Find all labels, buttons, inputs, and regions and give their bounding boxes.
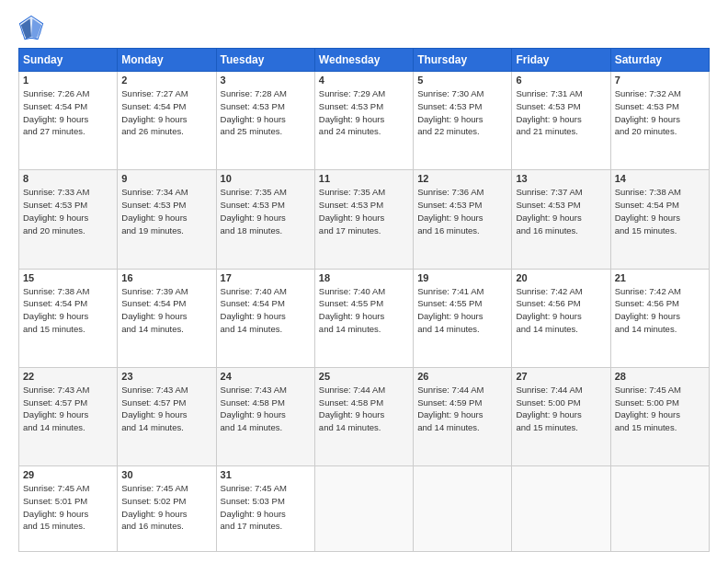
cell-info: Sunrise: 7:45 AM Sunset: 5:02 PM Dayligh… [121, 482, 211, 533]
calendar-cell: 29 Sunrise: 7:45 AM Sunset: 5:01 PM Dayl… [19, 466, 118, 552]
calendar-cell: 13 Sunrise: 7:37 AM Sunset: 4:53 PM Dayl… [512, 170, 610, 269]
daylight-minutes: and 14 minutes. [417, 324, 480, 334]
day-number: 30 [121, 469, 211, 480]
sunrise-label: Sunrise: 7:39 AM [121, 286, 188, 296]
week-row-1: 1 Sunrise: 7:26 AM Sunset: 4:54 PM Dayli… [19, 72, 710, 170]
daylight-label: Daylight: 9 hours [221, 409, 286, 419]
day-number: 4 [319, 75, 409, 86]
daylight-label: Daylight: 9 hours [516, 213, 581, 223]
cell-info: Sunrise: 7:35 AM Sunset: 4:53 PM Dayligh… [319, 186, 409, 236]
col-header-wednesday: Wednesday [314, 49, 413, 72]
day-number: 7 [615, 75, 705, 86]
cell-info: Sunrise: 7:35 AM Sunset: 4:53 PM Dayligh… [221, 186, 311, 236]
sunset-label: Sunset: 4:53 PM [121, 200, 186, 210]
daylight-label: Daylight: 9 hours [221, 114, 286, 124]
calendar-cell: 28 Sunrise: 7:45 AM Sunset: 5:00 PM Dayl… [610, 367, 709, 465]
daylight-label: Daylight: 9 hours [615, 311, 680, 321]
day-number: 17 [221, 272, 311, 283]
daylight-label: Daylight: 9 hours [417, 213, 483, 223]
daylight-label: Daylight: 9 hours [221, 509, 286, 519]
sunrise-label: Sunrise: 7:45 AM [121, 483, 188, 493]
cell-info: Sunrise: 7:44 AM Sunset: 4:59 PM Dayligh… [417, 384, 507, 434]
daylight-label: Daylight: 9 hours [221, 311, 286, 321]
sunset-label: Sunset: 4:53 PM [417, 101, 482, 111]
sunrise-label: Sunrise: 7:38 AM [615, 187, 681, 197]
sunrise-label: Sunrise: 7:33 AM [23, 187, 89, 197]
sunrise-label: Sunrise: 7:45 AM [23, 483, 89, 493]
daylight-minutes: and 24 minutes. [319, 126, 381, 136]
calendar-cell: 18 Sunrise: 7:40 AM Sunset: 4:55 PM Dayl… [314, 269, 413, 367]
sunset-label: Sunset: 4:53 PM [417, 200, 482, 210]
calendar-cell: 31 Sunrise: 7:45 AM Sunset: 5:03 PM Dayl… [216, 466, 314, 552]
cell-info: Sunrise: 7:42 AM Sunset: 4:56 PM Dayligh… [516, 285, 606, 336]
day-number: 14 [615, 173, 705, 184]
day-number: 23 [121, 371, 211, 382]
daylight-label: Daylight: 9 hours [23, 213, 88, 223]
header [18, 15, 710, 40]
daylight-minutes: and 14 minutes. [417, 422, 480, 432]
col-header-tuesday: Tuesday [216, 49, 314, 72]
week-row-4: 22 Sunrise: 7:43 AM Sunset: 4:57 PM Dayl… [19, 367, 710, 465]
sunset-label: Sunset: 5:00 PM [615, 397, 679, 408]
cell-info: Sunrise: 7:45 AM Sunset: 5:03 PM Dayligh… [221, 482, 311, 533]
cell-info: Sunrise: 7:33 AM Sunset: 4:53 PM Dayligh… [23, 186, 113, 236]
daylight-minutes: and 15 minutes. [23, 521, 85, 531]
daylight-minutes: and 15 minutes. [23, 324, 85, 334]
daylight-label: Daylight: 9 hours [319, 409, 384, 419]
sunset-label: Sunset: 4:53 PM [615, 101, 679, 111]
daylight-minutes: and 22 minutes. [417, 126, 480, 136]
sunrise-label: Sunrise: 7:40 AM [319, 286, 385, 296]
sunset-label: Sunset: 4:58 PM [221, 397, 285, 408]
day-number: 11 [319, 173, 409, 184]
calendar-cell: 24 Sunrise: 7:43 AM Sunset: 4:58 PM Dayl… [216, 367, 314, 465]
calendar-cell [512, 466, 610, 552]
day-number: 31 [221, 469, 311, 480]
daylight-label: Daylight: 9 hours [23, 409, 88, 419]
day-number: 10 [221, 173, 311, 184]
sunrise-label: Sunrise: 7:44 AM [417, 385, 483, 395]
cell-info: Sunrise: 7:37 AM Sunset: 4:53 PM Dayligh… [516, 186, 606, 236]
sunset-label: Sunset: 4:56 PM [615, 298, 679, 308]
calendar-cell: 17 Sunrise: 7:40 AM Sunset: 4:54 PM Dayl… [216, 269, 314, 367]
day-number: 22 [23, 371, 113, 382]
col-header-saturday: Saturday [610, 49, 709, 72]
cell-info: Sunrise: 7:31 AM Sunset: 4:53 PM Dayligh… [516, 87, 606, 138]
cell-info: Sunrise: 7:43 AM Sunset: 4:57 PM Dayligh… [23, 384, 113, 434]
header-row: SundayMondayTuesdayWednesdayThursdayFrid… [19, 49, 710, 72]
calendar-cell: 15 Sunrise: 7:38 AM Sunset: 4:54 PM Dayl… [19, 269, 118, 367]
daylight-minutes: and 27 minutes. [23, 126, 85, 136]
sunrise-label: Sunrise: 7:31 AM [516, 88, 582, 98]
sunrise-label: Sunrise: 7:28 AM [221, 88, 287, 98]
calendar-cell: 22 Sunrise: 7:43 AM Sunset: 4:57 PM Dayl… [19, 367, 118, 465]
week-row-5: 29 Sunrise: 7:45 AM Sunset: 5:01 PM Dayl… [19, 466, 710, 552]
calendar-cell: 3 Sunrise: 7:28 AM Sunset: 4:53 PM Dayli… [216, 72, 314, 170]
calendar-cell: 11 Sunrise: 7:35 AM Sunset: 4:53 PM Dayl… [314, 170, 413, 269]
daylight-minutes: and 15 minutes. [615, 225, 677, 236]
calendar-cell: 26 Sunrise: 7:44 AM Sunset: 4:59 PM Dayl… [414, 367, 512, 465]
sunset-label: Sunset: 4:55 PM [417, 298, 482, 308]
day-number: 28 [615, 371, 705, 382]
cell-info: Sunrise: 7:34 AM Sunset: 4:53 PM Dayligh… [121, 186, 211, 236]
day-number: 18 [319, 272, 409, 283]
sunrise-label: Sunrise: 7:45 AM [221, 483, 287, 493]
daylight-minutes: and 17 minutes. [319, 225, 381, 236]
day-number: 29 [23, 469, 113, 480]
daylight-minutes: and 26 minutes. [121, 126, 184, 136]
daylight-label: Daylight: 9 hours [615, 213, 680, 223]
sunset-label: Sunset: 4:53 PM [221, 101, 285, 111]
daylight-minutes: and 14 minutes. [516, 324, 578, 334]
daylight-label: Daylight: 9 hours [417, 311, 483, 321]
sunset-label: Sunset: 4:58 PM [319, 397, 383, 408]
sunrise-label: Sunrise: 7:26 AM [23, 88, 89, 98]
cell-info: Sunrise: 7:44 AM Sunset: 5:00 PM Dayligh… [516, 384, 606, 434]
calendar-cell: 25 Sunrise: 7:44 AM Sunset: 4:58 PM Dayl… [314, 367, 413, 465]
sunrise-label: Sunrise: 7:42 AM [516, 286, 582, 296]
daylight-label: Daylight: 9 hours [319, 114, 384, 124]
day-number: 2 [121, 75, 211, 86]
day-number: 9 [121, 173, 211, 184]
day-number: 8 [23, 173, 113, 184]
week-row-2: 8 Sunrise: 7:33 AM Sunset: 4:53 PM Dayli… [19, 170, 710, 269]
sunset-label: Sunset: 4:54 PM [221, 298, 285, 308]
daylight-minutes: and 20 minutes. [615, 126, 677, 136]
day-number: 20 [516, 272, 606, 283]
